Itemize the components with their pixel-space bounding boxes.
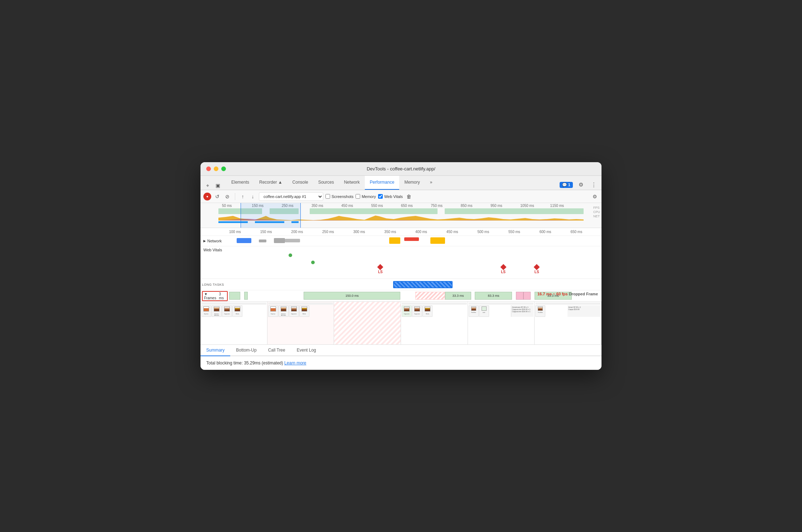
screenshot-thumb-2: Espresso Espresso Macchiato	[267, 302, 334, 344]
ls-diamond-3	[534, 264, 540, 270]
memory-checkbox-label[interactable]: Memory	[356, 194, 376, 199]
webvitals-track[interactable]: LS LS LS	[229, 246, 602, 279]
memory-checkbox[interactable]	[356, 194, 360, 199]
net-event-6	[404, 237, 419, 241]
ls-marker-1: LS	[378, 265, 383, 274]
screenshots-checkbox-label[interactable]: Screenshots	[325, 194, 353, 199]
bottom-tabs: Summary Bottom-Up Call Tree Event Log	[200, 345, 602, 356]
clear-button[interactable]: ⊘	[223, 193, 231, 200]
screenshot-4[interactable]: Cappuccino Cappuccino Moch	[401, 302, 468, 344]
cursor-icon[interactable]: ⌖	[203, 181, 212, 190]
fps-cpu-net-labels: FPS CPU NET	[593, 206, 600, 218]
devtools-window: DevTools - coffee-cart.netlify.app/ ⌖ ▣ …	[200, 162, 602, 370]
green-dot-1	[289, 253, 292, 257]
traffic-lights	[206, 166, 226, 171]
tab-recorder[interactable]: Recorder ▲	[254, 175, 288, 190]
frame-seg-4: 33.3 ms	[445, 292, 471, 300]
timeline-selection[interactable]	[241, 203, 301, 228]
tab-eventlog[interactable]: Event Log	[291, 345, 322, 356]
upload-button[interactable]: ↑	[239, 193, 247, 200]
more-options-icon[interactable]: ⋮	[589, 180, 599, 190]
net-event-4	[285, 239, 300, 242]
frame-seg-2	[244, 292, 248, 300]
tab-icons: ⌖ ▣	[203, 181, 222, 190]
frame-seg-pink-2	[523, 292, 531, 300]
webvitals-label: Web Vitals	[200, 246, 229, 279]
net-event-5	[389, 237, 400, 244]
tab-calltree[interactable]: Call Tree	[262, 345, 291, 356]
webvitals-checkbox[interactable]	[378, 194, 383, 199]
dropped-frame-warning: 16.7 ms ~ 60 fps Dropped Frame	[537, 292, 598, 296]
toolbar-end: ⚙	[591, 193, 599, 200]
close-button[interactable]	[206, 166, 211, 171]
frames-track[interactable]: 150.0 ms 33.3 ms 83.3 ms 33.3 ms 16.7 ms…	[229, 290, 602, 302]
maximize-button[interactable]	[221, 166, 226, 171]
frame-seg-5: 83.3 ms	[475, 292, 512, 300]
tab-bar: ⌖ ▣ Elements Recorder ▲ Console Sources …	[200, 176, 602, 190]
long-tasks-track[interactable]	[229, 279, 602, 290]
chat-badge[interactable]: 💬 1	[560, 182, 573, 188]
tab-memory[interactable]: Memory	[399, 175, 425, 190]
frames-label: ▼ Frames 3 ms	[200, 291, 229, 301]
screenshot-thumb-1: Espresso Espresso Macchiato	[200, 302, 267, 344]
tab-more[interactable]: »	[425, 175, 438, 190]
tab-summary[interactable]: Summary	[200, 345, 230, 356]
toolbar-settings-icon[interactable]: ⚙	[591, 193, 599, 200]
tab-network[interactable]: Network	[339, 175, 365, 190]
frame-seg-3: 150.0 ms	[304, 292, 400, 300]
ls-diamond-2	[500, 264, 506, 270]
network-track[interactable]	[229, 236, 602, 246]
url-select[interactable]: coffee-cart.netlify.app #1	[259, 192, 323, 201]
reload-button[interactable]: ↺	[213, 193, 221, 200]
window-title: DevTools - coffee-cart.netlify.app/	[367, 166, 435, 171]
record-button[interactable]: ●	[203, 193, 211, 200]
green-dot-2	[311, 261, 315, 264]
clear-icon[interactable]: 🗑	[405, 193, 413, 200]
network-row: ▶ Network	[200, 236, 602, 246]
frames-label-box: ▼ Frames 3 ms	[202, 291, 228, 301]
settings-icon[interactable]: ⚙	[576, 180, 586, 190]
webvitals-checkbox-label[interactable]: Web Vitals	[378, 194, 403, 199]
screenshot-5[interactable]: Flat White water Americano $7.00 x 1 Cap…	[468, 302, 535, 344]
screenshot-2[interactable]: Espresso Espresso Macchiato	[267, 302, 334, 344]
separator-1	[235, 193, 235, 200]
screenshot-3[interactable]	[334, 302, 401, 344]
frame-seg-pink-1	[516, 292, 523, 300]
ls-marker-2: LS	[501, 265, 506, 274]
net-event-3	[274, 238, 285, 243]
net-event-2	[259, 240, 266, 242]
blocking-time-text: Total blocking time: 35.29ms (estimated)	[206, 361, 283, 366]
dock-icon[interactable]: ▣	[213, 181, 222, 190]
net-event-7	[430, 237, 445, 244]
net-event-1	[237, 238, 252, 243]
screenshot-1[interactable]: Espresso Espresso Macchiato	[200, 302, 267, 344]
screenshot-thumb-4: Cappuccino Cappuccino Moch	[401, 302, 468, 344]
frames-row: ▼ Frames 3 ms 150.0 ms 33.3 ms 83.3 ms 3…	[200, 290, 602, 302]
minimize-button[interactable]	[214, 166, 218, 171]
screenshot-thumb-6: Flat White Ameri $7.00 x 1 Cappu $19.00	[535, 302, 601, 344]
tab-sources[interactable]: Sources	[313, 175, 339, 190]
fps-segment-4	[445, 208, 584, 214]
tab-elements[interactable]: Elements	[226, 175, 254, 190]
learn-more-link[interactable]: Learn more	[284, 361, 306, 366]
long-task-block	[393, 281, 453, 288]
tab-bottomup[interactable]: Bottom-Up	[230, 345, 262, 356]
overview-panel[interactable]: 50 ms 150 ms 250 ms 350 ms 450 ms 550 ms…	[200, 203, 602, 228]
performance-timeline: 100 ms 150 ms 200 ms 250 ms 300 ms 350 m…	[200, 228, 602, 345]
screenshot-thumb-5: Flat White water Americano $7.00 x 1 Cap…	[468, 302, 535, 344]
screenshots-strip: Espresso Espresso Macchiato	[200, 302, 602, 345]
screenshot-6[interactable]: Flat White Ameri $7.00 x 1 Cappu $19.00	[535, 302, 602, 344]
title-bar: DevTools - coffee-cart.netlify.app/	[200, 162, 602, 176]
stripe-area	[415, 292, 445, 300]
fps-segment-3	[310, 208, 438, 214]
long-tasks-row: LONG TASKS	[200, 279, 602, 290]
toolbar: ● ↺ ⊘ ↑ ↓ coffee-cart.netlify.app #1 Scr…	[200, 190, 602, 203]
frame-seg-1	[229, 292, 240, 300]
webvitals-row: Web Vitals LS LS LS	[200, 246, 602, 279]
download-button[interactable]: ↓	[249, 193, 257, 200]
ls-diamond-1	[377, 264, 383, 270]
tab-performance[interactable]: Performance	[365, 175, 400, 190]
tab-console[interactable]: Console	[288, 175, 313, 190]
network-label[interactable]: ▶ Network	[200, 239, 229, 243]
screenshots-checkbox[interactable]	[325, 194, 330, 199]
